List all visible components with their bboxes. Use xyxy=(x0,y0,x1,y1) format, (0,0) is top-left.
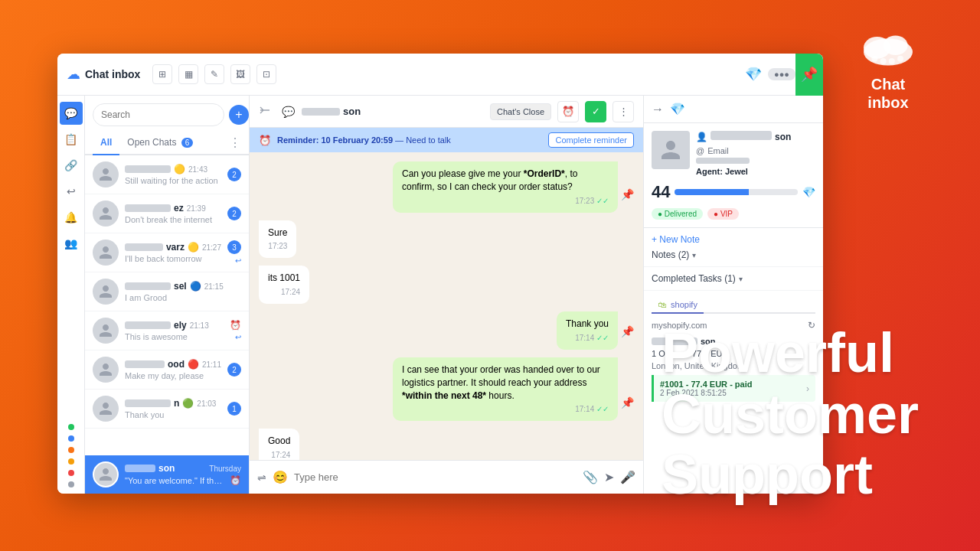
avatar xyxy=(93,240,119,266)
toolbar: ⊞ ▦ ✎ 🖼 ⊡ xyxy=(152,64,276,84)
sidebar-assigned-icon[interactable]: 📋 xyxy=(60,128,83,151)
new-note-button[interactable]: + New Note xyxy=(652,234,815,245)
alarm-icon[interactable]: ⏰ xyxy=(557,101,579,122)
list-item[interactable]: 🟡 21:43 Still waiting for the action 2 xyxy=(85,155,249,194)
customer-card: 👤 son @ Email Agent: Jewel xyxy=(644,123,823,228)
diamond-icon: 💎 xyxy=(745,66,762,83)
version-badge: ●●● xyxy=(768,68,795,80)
chat-header-name: son xyxy=(343,106,361,117)
message-bubble: Can you please give me your *OrderID*, t… xyxy=(393,161,618,213)
reminder-text: Reminder: 10 February 20:59 — Need to ta… xyxy=(277,135,542,145)
send-button[interactable]: ➤ xyxy=(604,470,614,484)
toolbar-table-icon[interactable]: ▦ xyxy=(178,64,198,84)
chat-messages: Can you please give me your *OrderID*, t… xyxy=(250,152,643,460)
svg-point-3 xyxy=(871,56,877,62)
back-arrow-icon[interactable]: → xyxy=(652,103,664,116)
search-input[interactable] xyxy=(93,103,224,126)
customer-email-row: @ Email xyxy=(696,146,815,155)
list-item[interactable]: ood 🔴 21:11 Make my day, please 2 xyxy=(85,350,249,390)
chat-name-blurred xyxy=(125,321,171,329)
chat-info: ely 21:13 This is awesome xyxy=(125,320,224,341)
list-item[interactable]: varz 🟡 21:27 I'll be back tomorrow 3 ↩ xyxy=(85,233,249,272)
shopify-bag-icon: 🛍 xyxy=(658,300,666,309)
status-dot-yellow xyxy=(68,458,74,465)
chat-name-blurred xyxy=(125,360,165,368)
reminder-bar: ⏰ Reminder: 10 February 20:59 — Need to … xyxy=(250,128,643,152)
complete-reminder-button[interactable]: Complete reminder xyxy=(548,132,634,148)
chat-info: varz 🟡 21:27 I'll be back tomorrow xyxy=(125,242,221,263)
delivered-tag: Delivered xyxy=(652,208,703,220)
toolbar-grid-icon[interactable]: ⊞ xyxy=(152,64,172,84)
emoji-button[interactable]: 😊 xyxy=(273,470,288,484)
notes-chevron-icon: ▾ xyxy=(692,251,696,259)
list-item[interactable]: ez 21:39 Don't break the internet 2 xyxy=(85,194,249,233)
status-dot-gray xyxy=(68,481,74,487)
right-panel-diamond-icon: 💎 xyxy=(670,102,685,116)
sidebar-link-icon[interactable]: 🔗 xyxy=(60,154,83,177)
svg-point-5 xyxy=(889,58,895,64)
search-area: + xyxy=(85,96,249,131)
message-bubble: Good 17:24 xyxy=(259,429,299,460)
chat-info: n 🟢 21:03 Thank you xyxy=(125,398,221,419)
customer-stats: 44 💎 xyxy=(652,182,815,202)
chat-tabs: All Open Chats 6 ⋮ xyxy=(85,131,249,155)
customer-avatar xyxy=(652,131,690,169)
reminder-alarm-icon: ⏰ xyxy=(259,135,271,146)
chat-info: sel 🔵 21:15 I am Grood xyxy=(125,281,241,302)
avatar xyxy=(93,318,119,344)
shopify-tab[interactable]: 🛍 shopify xyxy=(652,297,704,314)
avatar xyxy=(93,279,119,305)
sidebar-users-icon[interactable]: 👥 xyxy=(60,232,83,255)
pin-icon: 📌 xyxy=(621,396,634,409)
message-bubble: Thank you 17:14 ✓✓ xyxy=(557,311,618,350)
tab-all[interactable]: All xyxy=(93,131,119,155)
toolbar-edit-icon[interactable]: ✎ xyxy=(204,64,224,84)
tabs-more-icon[interactable]: ⋮ xyxy=(229,135,241,150)
active-chat-item[interactable]: son Thursday "You are welcome." If there… xyxy=(85,455,249,494)
stat-bar xyxy=(675,189,798,195)
unread-count: 3 xyxy=(227,240,241,254)
chat-list: 🟡 21:43 Still waiting for the action 2 xyxy=(85,155,249,455)
sidebar-bell-icon[interactable]: 🔔 xyxy=(60,206,83,229)
list-item[interactable]: n 🟢 21:03 Thank you 1 xyxy=(85,390,249,429)
add-chat-button[interactable]: + xyxy=(229,105,249,125)
list-item[interactable]: ely 21:13 This is awesome ⏰ ↩ xyxy=(85,311,249,350)
chat-type-icon: 💬 xyxy=(277,101,299,122)
stat-bar-fill xyxy=(675,189,748,195)
chat-header: 💬 son Chat's Close ⏰ ✓ ⋮ xyxy=(250,96,643,128)
template-icon[interactable]: ⇌ xyxy=(257,471,266,484)
toolbar-image-icon[interactable]: 🖼 xyxy=(230,64,250,84)
chat-name-blurred xyxy=(125,204,171,212)
message-input[interactable] xyxy=(294,471,577,483)
active-chat-info: son Thursday "You are welcome." If there… xyxy=(125,463,241,486)
list-item[interactable]: sel 🔵 21:15 I am Grood xyxy=(85,272,249,311)
toolbar-camera-icon[interactable]: ⊡ xyxy=(256,64,276,84)
chat-close-button[interactable]: Chat's Close xyxy=(490,103,551,120)
chat-back-icon[interactable] xyxy=(259,104,271,119)
chat-info: ez 21:39 Don't break the internet xyxy=(125,203,221,224)
status-dot-red xyxy=(68,470,74,476)
completed-tasks-chevron-icon: ▾ xyxy=(739,275,743,283)
customer-agent: Agent: Jewel xyxy=(696,167,815,176)
svg-point-4 xyxy=(880,58,887,64)
sidebar-chat-icon[interactable]: 💬 xyxy=(60,102,83,125)
install-button[interactable]: 📌 xyxy=(795,54,823,96)
attach-icon[interactable]: 📎 xyxy=(583,470,598,484)
notes-header[interactable]: Notes (2) ▾ xyxy=(652,249,815,260)
brand-tagline: Powerful Customer Support xyxy=(662,323,919,505)
status-dot-green xyxy=(68,424,74,430)
shopify-tabs: 🛍 shopify xyxy=(652,297,815,314)
chat-name-blurred-header xyxy=(302,108,340,116)
svg-point-2 xyxy=(884,35,908,55)
completed-tasks-header[interactable]: Completed Tasks (1) ▾ xyxy=(652,273,815,284)
chat-main: 💬 son Chat's Close ⏰ ✓ ⋮ ⏰ Reminder: 10 … xyxy=(250,96,643,494)
chat-name-blurred xyxy=(125,243,163,251)
unread-count: 2 xyxy=(227,363,241,377)
mic-icon[interactable]: 🎤 xyxy=(620,470,635,484)
tab-open-chats[interactable]: Open Chats 6 xyxy=(119,131,201,155)
more-options-icon[interactable]: ⋮ xyxy=(612,101,634,122)
status-icon[interactable]: ✓ xyxy=(585,101,606,122)
message-bubble: Sure 17:23 xyxy=(259,220,296,259)
avatar xyxy=(93,161,119,187)
sidebar-return-icon[interactable]: ↩ xyxy=(60,180,83,203)
